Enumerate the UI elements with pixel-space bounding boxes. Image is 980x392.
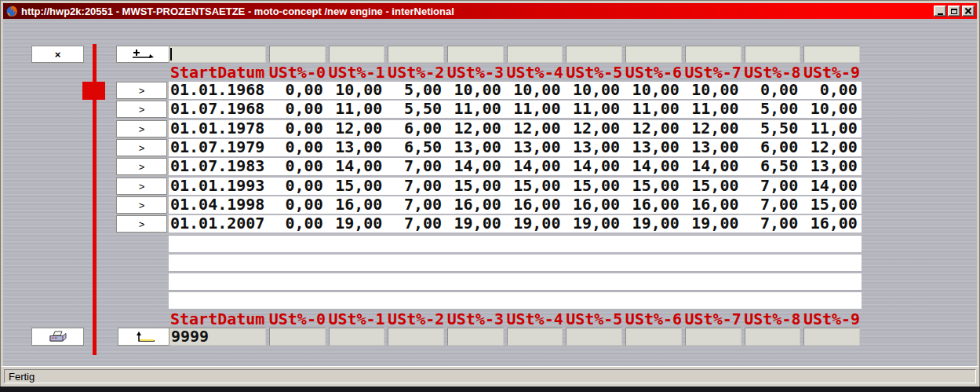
row-select-button[interactable]: >: [116, 139, 167, 156]
cell-startdatum: 01.07.1968: [169, 101, 268, 118]
current-row-marker: [82, 82, 105, 100]
entry-cell-ust%-6[interactable]: [625, 46, 682, 63]
window-controls: [934, 5, 975, 16]
cell-ust-8: 7,00: [743, 178, 803, 195]
row-values: 01.01.19930,0015,007,0015,0015,0015,0015…: [169, 178, 862, 195]
column-header-ust%-2: USt%-2: [386, 310, 446, 328]
row-select-button[interactable]: >: [116, 178, 167, 195]
footer-cell-ust%-3[interactable]: [447, 328, 504, 346]
row-select-button[interactable]: >: [116, 215, 167, 233]
footer-cell-ust%-4[interactable]: [507, 328, 563, 346]
cell-ust-1: 15,00: [327, 178, 387, 195]
cell-ust-1: 13,00: [327, 139, 387, 156]
cell-ust-2: 7,00: [386, 196, 446, 214]
footer-cell-ust%-8[interactable]: [745, 328, 801, 346]
text-caret: [170, 48, 172, 60]
cell-ust-3: 14,00: [446, 158, 505, 175]
maximize-button[interactable]: [948, 5, 960, 16]
row-values: 01.01.20070,0019,007,0019,0019,0019,0019…: [169, 215, 862, 233]
entry-cell-ust%-1[interactable]: [329, 46, 385, 63]
cell-ust-6: 11,00: [624, 101, 683, 118]
cell-ust-0: 0,00: [268, 101, 327, 118]
entry-cell-startdatum[interactable]: [169, 46, 266, 63]
cell-ust-6: 15,00: [624, 178, 683, 195]
entry-cell-ust%-5[interactable]: [566, 46, 622, 63]
cell-ust-7: 13,00: [683, 139, 743, 156]
cell-ust-7: 10,00: [683, 82, 743, 99]
cell-startdatum: 01.01.1978: [169, 120, 268, 137]
cell-ust-9: 13,00: [802, 158, 862, 175]
entry-cell-ust%-9[interactable]: [803, 46, 860, 63]
cell-ust-3: 16,00: [446, 196, 505, 214]
cell-ust-1: 14,00: [327, 158, 387, 175]
go-to-top-button[interactable]: [118, 328, 172, 346]
row-select-button[interactable]: >: [116, 158, 167, 175]
entry-cell-ust%-7[interactable]: [685, 46, 741, 63]
cell-ust-2: 6,00: [386, 120, 446, 137]
footer-cell-ust%-6[interactable]: [625, 328, 682, 346]
row-select-button[interactable]: >: [116, 196, 167, 214]
footer-cell-ust%-2[interactable]: [388, 328, 444, 346]
footer-cell-ust%-1[interactable]: [329, 328, 385, 346]
column-header-ust%-2: USt%-2: [386, 63, 446, 82]
header-row-top: StartDatumUSt%-0USt%-1USt%-2USt%-3USt%-4…: [169, 63, 862, 82]
footer-cell-ust%-9[interactable]: [803, 328, 860, 346]
print-button[interactable]: [31, 328, 84, 346]
cell-startdatum: 01.01.2007: [169, 215, 268, 233]
cell-ust-4: 14,00: [505, 158, 565, 175]
cell-ust-5: 15,00: [564, 178, 624, 195]
entry-cell-ust%-0[interactable]: [269, 46, 326, 63]
close-window-button[interactable]: [962, 5, 975, 16]
column-header-ust%-1: USt%-1: [327, 63, 387, 82]
row-values: 01.01.19680,0010,005,0010,0010,0010,0010…: [169, 82, 862, 99]
column-header-ust%-8: USt%-8: [743, 63, 803, 82]
cell-ust-4: 19,00: [505, 215, 565, 233]
minimize-icon: [938, 13, 943, 15]
footer-cell-startdatum[interactable]: 9999: [169, 328, 266, 346]
entry-cell-ust%-4[interactable]: [507, 46, 563, 63]
empty-row: [169, 292, 862, 309]
add-row-button[interactable]: [116, 46, 170, 63]
cell-ust-6: 10,00: [624, 82, 683, 99]
row-values: 01.07.19790,0013,006,5013,0013,0013,0013…: [169, 139, 862, 156]
column-header-ust%-7: USt%-7: [683, 63, 743, 82]
column-header-ust%-3: USt%-3: [446, 63, 505, 82]
cell-ust-8: 0,00: [743, 82, 803, 99]
column-header-ust%-4: USt%-4: [505, 63, 565, 82]
cell-ust-7: 19,00: [683, 215, 743, 233]
cell-ust-2: 5,00: [386, 82, 446, 99]
cell-ust-2: 7,00: [386, 158, 446, 175]
cell-ust-4: 16,00: [505, 196, 565, 214]
header-row-bottom: StartDatumUSt%-0USt%-1USt%-2USt%-3USt%-4…: [169, 310, 862, 328]
entry-row: [169, 46, 860, 63]
row-select-button[interactable]: >: [116, 82, 167, 99]
cell-ust-1: 12,00: [327, 120, 387, 137]
entry-cell-ust%-3[interactable]: [447, 46, 504, 63]
cell-ust-0: 0,00: [268, 82, 327, 99]
row-values: 01.01.19780,0012,006,0012,0012,0012,0012…: [169, 120, 862, 137]
entry-cell-ust%-8[interactable]: [745, 46, 801, 63]
firefox-icon: [5, 5, 18, 17]
cell-startdatum: 01.07.1979: [169, 139, 268, 156]
cell-ust-6: 19,00: [624, 215, 683, 233]
row-select-button[interactable]: >: [116, 120, 167, 137]
row-select-button[interactable]: >: [116, 101, 167, 118]
close-view-button[interactable]: ×: [31, 46, 84, 63]
cell-ust-5: 12,00: [564, 120, 624, 137]
column-header-ust%-5: USt%-5: [564, 63, 624, 82]
cell-ust-7: 15,00: [683, 178, 743, 195]
footer-cell-ust%-0[interactable]: [269, 328, 326, 346]
cell-ust-3: 11,00: [446, 101, 505, 118]
footer-cell-ust%-7[interactable]: [685, 328, 741, 346]
cell-ust-1: 11,00: [327, 101, 387, 118]
titlebar: http://hwp2k:20551 - MWST-PROZENTSAETZE …: [3, 3, 977, 19]
column-header-ust%-5: USt%-5: [564, 310, 624, 328]
plus-arrow-icon: [130, 48, 157, 60]
footer-cell-ust%-5[interactable]: [566, 328, 622, 346]
entry-cell-ust%-2[interactable]: [388, 46, 444, 63]
cell-ust-9: 0,00: [802, 82, 862, 99]
cell-ust-4: 11,00: [505, 101, 565, 118]
minimize-button[interactable]: [934, 5, 946, 16]
empty-row: [169, 273, 862, 290]
cell-ust-1: 16,00: [327, 196, 387, 214]
